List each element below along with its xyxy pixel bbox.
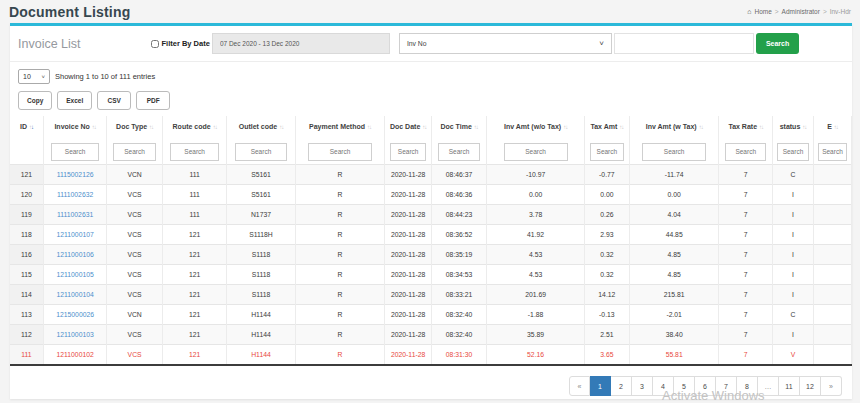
filter-cell-route-code	[162, 137, 226, 164]
column-filter-input-payment-method[interactable]	[308, 143, 372, 161]
column-header-route-code[interactable]: Route code↑↓	[162, 116, 226, 137]
column-header-doc-type[interactable]: Doc Type↑↓	[107, 116, 163, 137]
column-header-doc-date[interactable]: Doc Date↑↓	[385, 116, 431, 137]
breadcrumb-administrator[interactable]: Administrator	[782, 8, 820, 15]
filter-cell-invoice-no	[43, 137, 106, 164]
invoice-link[interactable]: 1115002126	[57, 171, 94, 178]
search-column-selected-value: Inv No	[407, 40, 427, 47]
invoice-link[interactable]: 1211000106	[56, 251, 93, 258]
cell-tax-amt: 0.26	[584, 204, 629, 224]
pagination-page-11[interactable]: 11	[779, 376, 800, 396]
pagination-page-1[interactable]: 1	[590, 376, 611, 396]
cell-status: C	[773, 304, 814, 324]
pagination-page-3[interactable]: 3	[632, 376, 653, 396]
pagination-page-7[interactable]: 7	[716, 376, 737, 396]
column-filter-input-tax-rate[interactable]	[725, 143, 766, 161]
column-filter-input-doc-time[interactable]	[438, 143, 481, 161]
sort-icon[interactable]: ↑↓	[474, 124, 478, 130]
cell-tax-rate: 7	[719, 244, 773, 264]
column-header-doc-time[interactable]: Doc Time↑↓	[431, 116, 487, 137]
sort-icon[interactable]: ↑↓	[422, 124, 426, 130]
cell-route-code: 121	[162, 284, 226, 304]
csv-button[interactable]: CSV	[97, 91, 131, 110]
column-header-inv-amt-w-tax[interactable]: Inv Amt (w Tax)↑↓	[629, 116, 719, 137]
invoice-link[interactable]: 1211000103	[56, 331, 93, 338]
pagination-prev[interactable]: «	[569, 376, 590, 396]
column-header-invoice-no[interactable]: Invoice No↑↓	[43, 116, 106, 137]
sort-icon[interactable]: ↑↓	[802, 124, 806, 130]
column-header-id[interactable]: ID↑↓	[10, 116, 43, 137]
column-header-payment-method[interactable]: Payment Method↑↓	[295, 116, 385, 137]
sort-icon[interactable]: ↑↓	[92, 124, 96, 130]
column-header-label: ID	[20, 123, 27, 130]
invoice-link[interactable]: 1215000026	[56, 311, 94, 318]
card-header: Invoice List Filter By Date Inv No ˅ Sea…	[10, 26, 852, 62]
invoice-link[interactable]: 1211000107	[56, 231, 93, 238]
column-filter-input-status[interactable]	[777, 143, 808, 161]
sort-icon[interactable]: ↑↓	[29, 124, 33, 130]
copy-button[interactable]: Copy	[18, 91, 52, 110]
sort-icon[interactable]: ↑↓	[759, 124, 763, 130]
pagination-page-5[interactable]: 5	[674, 376, 695, 396]
column-filter-input-e[interactable]	[818, 143, 847, 161]
cell-tax-amt: 14.12	[584, 284, 629, 304]
sort-icon[interactable]: ↑↓	[699, 124, 703, 130]
column-filter-input-inv-amt-w-o-tax[interactable]	[504, 143, 568, 161]
cell-tax-rate: 7	[719, 284, 773, 304]
cell-inv-amt-w-o-tax: 0.00	[487, 184, 584, 204]
pagination-page-12[interactable]: 12	[800, 376, 821, 396]
sort-icon[interactable]: ↑↓	[619, 124, 623, 130]
cell-doc-type: VCN	[107, 304, 163, 324]
invoice-link[interactable]: 1211000102	[56, 351, 93, 358]
column-filter-input-tax-amt[interactable]	[590, 143, 624, 161]
sort-icon[interactable]: ↑↓	[279, 124, 283, 130]
column-filter-input-doc-type[interactable]	[113, 143, 156, 161]
column-header-status[interactable]: status↑↓	[773, 116, 814, 137]
cell-id: 116	[10, 244, 43, 264]
column-header-tax-rate[interactable]: Tax Rate↑↓	[719, 116, 773, 137]
column-filter-input-route-code[interactable]	[170, 143, 220, 161]
search-input[interactable]	[614, 33, 754, 54]
invoice-link[interactable]: 1111002632	[57, 191, 93, 198]
cell-tax-amt: -0.77	[584, 164, 629, 184]
cell-route-code: 121	[162, 304, 226, 324]
column-header-e[interactable]: E↑↓	[813, 116, 851, 137]
pagination-page-6[interactable]: 6	[695, 376, 716, 396]
column-filter-input-inv-amt-w-tax[interactable]	[642, 143, 706, 161]
cell-doc-date: 2020-11-28	[385, 164, 431, 184]
date-range-input[interactable]	[212, 33, 390, 54]
table-header-row: ID↑↓Invoice No↑↓Doc Type↑↓Route code↑↓Ou…	[10, 116, 852, 137]
excel-button[interactable]: Excel	[57, 91, 92, 110]
invoice-link[interactable]: 1211000104	[56, 291, 93, 298]
search-column-select[interactable]: Inv No ˅	[399, 33, 612, 54]
pagination-next[interactable]: »	[821, 376, 842, 396]
sort-icon[interactable]: ↑↓	[149, 124, 153, 130]
cell-doc-time: 08:35:19	[431, 244, 487, 264]
invoice-link[interactable]: 1211000105	[56, 271, 93, 278]
column-header-tax-amt[interactable]: Tax Amt↑↓	[584, 116, 629, 137]
search-button[interactable]: Search	[756, 33, 799, 54]
pagination-page-4[interactable]: 4	[653, 376, 674, 396]
pdf-button[interactable]: PDF	[136, 91, 170, 110]
column-filter-input-invoice-no[interactable]	[51, 143, 100, 161]
sort-icon[interactable]: ↑↓	[563, 124, 567, 130]
sort-icon[interactable]: ↑↓	[367, 124, 371, 130]
pagination-page-2[interactable]: 2	[611, 376, 632, 396]
breadcrumb-home[interactable]: Home	[754, 8, 771, 15]
column-filter-input-outlet-code[interactable]	[235, 143, 287, 161]
cell-doc-type: VCS	[107, 264, 163, 284]
cell-outlet-code: S1118	[227, 244, 295, 264]
invoice-link[interactable]: 1111002631	[57, 211, 93, 218]
column-header-inv-amt-w-o-tax[interactable]: Inv Amt (w/o Tax)↑↓	[487, 116, 584, 137]
pagination-page-8[interactable]: 8	[737, 376, 758, 396]
sort-icon[interactable]: ↑↓	[213, 124, 217, 130]
table-filter-row	[10, 137, 852, 164]
filter-by-date-checkbox[interactable]	[151, 40, 159, 48]
invoice-table-wrap: ID↑↓Invoice No↑↓Doc Type↑↓Route code↑↓Ou…	[10, 116, 852, 366]
sort-icon[interactable]: ↑↓	[834, 124, 838, 130]
cell-payment-method: R	[295, 324, 385, 344]
page-length-select[interactable]: 10 ˅	[18, 69, 50, 84]
cell-doc-time: 08:32:40	[431, 324, 487, 344]
column-header-outlet-code[interactable]: Outlet code↑↓	[227, 116, 295, 137]
column-filter-input-doc-date[interactable]	[390, 143, 425, 161]
